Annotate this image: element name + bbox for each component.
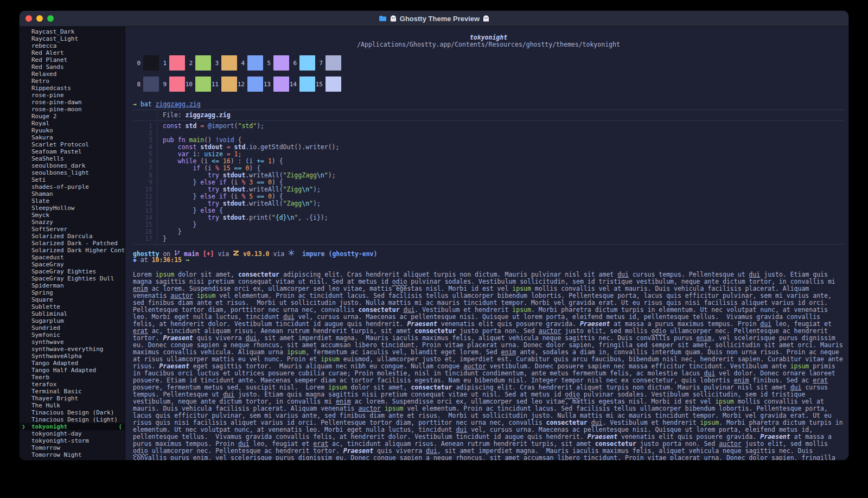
theme-list-item[interactable]: Shaman <box>20 190 125 197</box>
close-button[interactable] <box>25 15 32 22</box>
theme-list-item[interactable]: Teerb <box>20 374 125 381</box>
theme-list-item[interactable]: Sakura <box>20 134 125 141</box>
theme-list-item[interactable]: Spring <box>20 289 125 296</box>
theme-list-item[interactable]: Sugarplum <box>20 317 125 324</box>
palette-index-label: 11 <box>211 81 219 88</box>
code-token: 1 <box>234 150 238 158</box>
palette-cell: 1 <box>159 55 185 71</box>
theme-list-item[interactable]: Raycast_Light <box>20 35 125 42</box>
theme-list-item[interactable]: Square <box>20 296 125 303</box>
theme-list-item[interactable]: Tango Adapted <box>20 360 125 367</box>
palette-swatch-13 <box>273 76 289 92</box>
theme-list-item[interactable]: seoulbones_dark <box>20 162 125 169</box>
palette-index-label: 9 <box>159 81 167 88</box>
theme-list-item[interactable]: Royal <box>20 120 125 127</box>
theme-list-item[interactable]: Solarized Dark - Patched <box>20 240 125 247</box>
lorem-segment: dui <box>790 384 802 391</box>
theme-list-item[interactable]: Retro <box>20 78 125 85</box>
theme-list-item[interactable]: SpaceGray Eighties Dull <box>20 275 125 282</box>
terminal-text: [+] <box>203 250 214 258</box>
theme-list-item[interactable]: Solarized Dark Higher Contrast <box>20 247 125 254</box>
theme-list-item[interactable]: Slate <box>20 197 125 205</box>
code-token: std <box>186 122 201 130</box>
theme-list-item[interactable]: Red Sands <box>20 63 125 71</box>
theme-list-item[interactable]: tokyonight-day <box>20 430 125 437</box>
theme-list-item[interactable]: rose-pine-dawn <box>20 99 125 106</box>
code-token <box>163 143 178 151</box>
lorem-segment <box>400 306 404 314</box>
lorem-segment: adipiscing elit. Cras hendrerit aliquet … <box>452 384 790 391</box>
code-token: : <box>196 150 204 158</box>
theme-list-item[interactable]: Tomorrow <box>20 444 125 451</box>
lorem-segment: ipsum <box>287 348 306 356</box>
theme-list-item[interactable]: terafox <box>20 381 125 388</box>
theme-list-item[interactable]: synthwave-everything <box>20 346 125 353</box>
lorem-segment: ipsum <box>328 384 347 391</box>
theme-list-item[interactable]: Subliminal <box>20 310 125 317</box>
palette-index-label: 6 <box>289 60 297 67</box>
theme-list-item[interactable]: shades-of-purple <box>20 183 125 190</box>
code-token: 1 <box>268 157 272 165</box>
code-token: "Zagg <box>283 200 302 207</box>
palette-index-label: 4 <box>237 60 245 67</box>
theme-list-item[interactable]: Solarized Darcula <box>20 233 125 240</box>
theme-list-item[interactable]: Smyck <box>20 212 125 219</box>
lorem-segment: ipsum <box>197 292 216 299</box>
theme-list-item[interactable]: Snazzy <box>20 219 125 226</box>
lorem-segment: justo elit, sed mollis <box>561 327 651 335</box>
theme-list-item[interactable]: rose-pine <box>20 92 125 99</box>
theme-list-item[interactable]: SoftServer <box>20 226 125 233</box>
lorem-segment: ac, tincidunt aliquam risus. Aenean rutr… <box>148 327 415 335</box>
theme-list-item[interactable]: Rippedcasts <box>20 85 125 92</box>
theme-list-item[interactable]: SynthwaveAlpha <box>20 353 125 360</box>
theme-list-item[interactable]: Seafoam Pastel <box>20 148 125 155</box>
code-token: try <box>208 171 223 179</box>
lorem-segment: eget sagittis tortor. Mauris aliquam nec… <box>189 362 463 370</box>
code-token: (i <box>231 178 242 186</box>
theme-list-item[interactable]: Terminal Basic <box>20 388 125 395</box>
theme-list-item[interactable]: SpaceGray Eighties <box>20 268 125 275</box>
theme-list-item[interactable]: synthwave <box>20 339 125 346</box>
theme-list-item[interactable]: Spacedust <box>20 254 125 261</box>
theme-list-item[interactable]: tokyonight-storm <box>20 437 125 444</box>
theme-list-item[interactable]: Tinacious Design (Dark) <box>20 409 125 416</box>
lorem-segment: consectetur <box>358 306 399 314</box>
theme-list-item-selected[interactable]: ❯tokyonight( <box>20 423 125 430</box>
theme-list-item[interactable]: Raycast_Dark <box>20 28 125 35</box>
theme-list-item[interactable]: Relaxed <box>20 71 125 78</box>
code-token: } <box>163 178 200 186</box>
theme-list-item[interactable]: Spiderman <box>20 282 125 289</box>
theme-list-item[interactable]: Seti <box>20 176 125 183</box>
theme-list-item[interactable]: seoulbones_light <box>20 169 125 176</box>
theme-list-item[interactable]: Sundried <box>20 324 125 331</box>
theme-list-item[interactable]: Thayer Bright <box>20 395 125 402</box>
code-token: \n <box>302 186 309 193</box>
theme-list-item[interactable]: Ryuuko <box>20 127 125 134</box>
palette-index-label: 8 <box>133 81 141 88</box>
lorem-segment: quis viverra <box>193 334 246 342</box>
theme-list-item[interactable]: rose-pine-moon <box>20 106 125 113</box>
theme-list-item[interactable]: The Hulk <box>20 402 125 409</box>
theme-list-item[interactable]: Tango Half Adapted <box>20 367 125 374</box>
theme-list-item[interactable]: Scarlet Protocol <box>20 141 125 148</box>
zoom-button[interactable] <box>47 15 54 22</box>
theme-list-item[interactable]: SeaShells <box>20 155 125 162</box>
code-token: {d} <box>276 214 287 221</box>
theme-list-item[interactable]: SleepyHollow <box>20 205 125 212</box>
code-line: 16 } <box>133 228 844 235</box>
code-token: 3 <box>249 178 257 186</box>
theme-list-item[interactable]: Tomorrow Night <box>20 451 125 458</box>
lorem-segment: consectetur <box>411 384 452 391</box>
code-token: ); <box>313 200 321 207</box>
theme-list-item[interactable]: SpaceGray <box>20 261 125 268</box>
minimize-button[interactable] <box>36 15 43 22</box>
theme-list-item[interactable]: Tinacious Design (Light) <box>20 416 125 423</box>
theme-list-item[interactable]: Rouge 2 <box>20 113 125 120</box>
theme-list-item[interactable]: rebecca <box>20 42 125 49</box>
theme-list-item[interactable]: Sublette <box>20 303 125 310</box>
code-token: "std" <box>238 122 257 130</box>
theme-list-item[interactable]: Red Alert <box>20 49 125 56</box>
theme-list-item[interactable]: Symfonic <box>20 331 125 339</box>
lorem-segment: enim <box>336 398 351 405</box>
theme-list-item[interactable]: Red Planet <box>20 56 125 63</box>
